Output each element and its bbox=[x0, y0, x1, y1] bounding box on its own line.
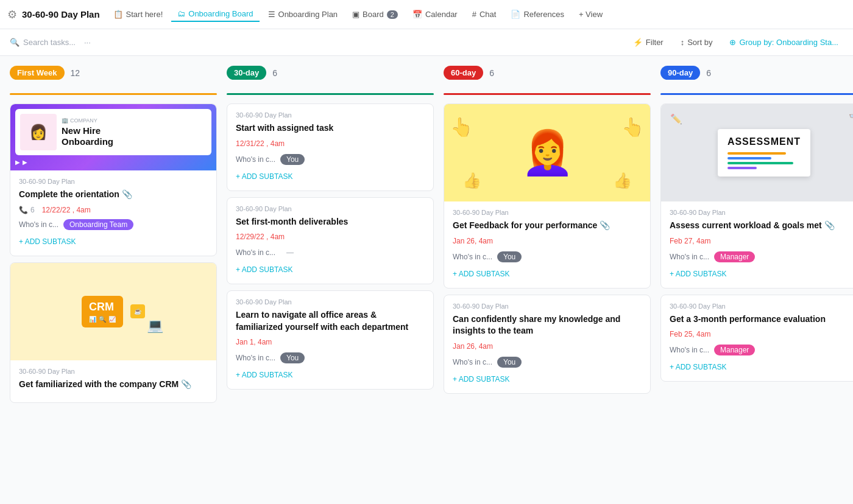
meta-feedback: Who's in c... You bbox=[453, 251, 642, 262]
column-60day: 60-day 6 👩‍🦰 👆 👆 👍 👍 30-60-90 Day Plan G… bbox=[444, 66, 651, 494]
card-assess-workload[interactable]: ASSESSMENT 👓 ✏️ 30-60-90 Day Plan Assess… bbox=[660, 103, 853, 289]
ct-share: Can confidently share my knowledge and i… bbox=[453, 313, 642, 337]
feedback-image: 👩‍🦰 👆 👆 👍 👍 bbox=[444, 104, 650, 201]
filter-button[interactable]: ⚡ Filter bbox=[628, 35, 668, 49]
subtasks-count: 📞 6 12/22/22 , 4am bbox=[19, 206, 208, 214]
column-90day: 90-day 6 ASSESSMENT 👓 ✏️ bbox=[660, 66, 853, 494]
card-share-knowledge[interactable]: 30-60-90 Day Plan Can confidently share … bbox=[444, 295, 651, 394]
column-first-week: First Week 12 👩 🏢 COMPANY New HireOnboar… bbox=[10, 66, 217, 494]
search-icon: 🔍 bbox=[10, 38, 19, 47]
subtask-icon: 📞 bbox=[19, 206, 28, 214]
cp5: 30-60-90 Day Plan bbox=[453, 303, 642, 310]
count-60day: 6 bbox=[489, 68, 494, 78]
nav-board[interactable]: ▣ Board 2 bbox=[346, 7, 404, 21]
app-title: 30-60-90 Day Plan bbox=[22, 9, 100, 19]
group-by-button[interactable]: ⊕ Group by: Onboarding Sta... bbox=[724, 35, 843, 49]
person-image: 👩 bbox=[20, 114, 57, 150]
ct-deliverables: Set first-month deliverables bbox=[236, 216, 425, 228]
meta-share: Who's in c... You bbox=[453, 357, 642, 368]
assignee-dash: — bbox=[280, 247, 300, 258]
assignee-you-4: You bbox=[497, 357, 522, 368]
card-complete-orientation[interactable]: 👩 🏢 COMPANY New HireOnboarding ▶ ▶ 30-60… bbox=[10, 103, 217, 256]
card-body-assigned: 30-60-90 Day Plan Start with assigned ta… bbox=[227, 104, 433, 191]
card-assigned-task[interactable]: 30-60-90 Day Plan Start with assigned ta… bbox=[227, 103, 434, 191]
card-body-deliverables: 30-60-90 Day Plan Set first-month delive… bbox=[227, 198, 433, 284]
sort-button[interactable]: ↕ Sort by bbox=[676, 35, 718, 49]
date-assess: Feb 27, 4am bbox=[670, 237, 853, 245]
cp2: 30-60-90 Day Plan bbox=[236, 205, 425, 212]
card-plan: 30-60-90 Day Plan bbox=[19, 178, 208, 185]
nav-add-view[interactable]: + View bbox=[573, 7, 609, 21]
add-subtask-share[interactable]: + ADD SUBTASK bbox=[453, 373, 642, 386]
ct-navigate: Learn to navigate all office areas & fam… bbox=[236, 309, 425, 333]
card-evaluation[interactable]: 30-60-90 Day Plan Get a 3-month performa… bbox=[660, 295, 853, 382]
nav-start-here[interactable]: 📋 Start here! bbox=[107, 7, 169, 21]
add-subtask-navigate[interactable]: + ADD SUBTASK bbox=[236, 368, 425, 382]
meta-eval: Who's in c... Manager bbox=[670, 345, 853, 355]
add-subtask-eval[interactable]: + ADD SUBTASK bbox=[670, 360, 853, 374]
more-options-icon[interactable]: ··· bbox=[84, 38, 91, 47]
nav-references[interactable]: 📄 References bbox=[504, 7, 570, 21]
date-eval: Feb 25, 4am bbox=[670, 330, 853, 338]
onboarding-board-icon: 🗂 bbox=[177, 9, 185, 18]
ct-feedback: Get Feedback for your performance 📎 bbox=[453, 220, 642, 232]
meta-assigned: Who's in c... You bbox=[236, 154, 425, 165]
card-body-crm: 30-60-90 Day Plan Get familiarized with … bbox=[10, 360, 216, 403]
card-crm[interactable]: CRM 📊 🔍 📈 ☕ 💻 30-60-90 Day Plan Ge bbox=[10, 262, 217, 404]
sort-icon: ↕ bbox=[681, 38, 685, 47]
tag-30day: 30-day bbox=[227, 66, 266, 80]
nav-chat[interactable]: # Chat bbox=[466, 7, 503, 21]
board-badge: 2 bbox=[387, 10, 398, 19]
start-here-icon: 📋 bbox=[113, 10, 123, 19]
add-subtask-feedback[interactable]: + ADD SUBTASK bbox=[453, 267, 642, 281]
meta-navigate: Who's in c... You bbox=[236, 352, 425, 363]
crm-image: CRM 📊 🔍 📈 ☕ 💻 bbox=[10, 263, 216, 360]
date-share: Jan 26, 4am bbox=[453, 342, 642, 351]
board: First Week 12 👩 🏢 COMPANY New HireOnboar… bbox=[0, 56, 853, 504]
tag-first-week: First Week bbox=[10, 66, 65, 80]
header: ⚙ 30-60-90 Day Plan 📋 Start here! 🗂 Onbo… bbox=[0, 0, 853, 29]
tag-90day: 90-day bbox=[660, 66, 700, 80]
add-subtask-assess[interactable]: + ADD SUBTASK bbox=[670, 267, 853, 281]
toolbar-right: ⚡ Filter ↕ Sort by ⊕ Group by: Onboardin… bbox=[628, 35, 843, 49]
add-subtask-deliverables[interactable]: + ADD SUBTASK bbox=[236, 263, 425, 276]
add-subtask-assigned[interactable]: + ADD SUBTASK bbox=[236, 170, 425, 183]
ct-assess: Assess current workload & goals met 📎 bbox=[670, 220, 853, 232]
assignee-you-1: You bbox=[280, 154, 305, 165]
count-first-week: 12 bbox=[71, 68, 80, 78]
meta-deliverables: Who's in c... — bbox=[236, 247, 425, 258]
nav-calendar[interactable]: 📅 Calendar bbox=[406, 7, 464, 21]
ct-assigned: Start with assigned task bbox=[236, 122, 425, 135]
card-deliverables[interactable]: 30-60-90 Day Plan Set first-month delive… bbox=[227, 197, 434, 285]
nav-onboarding-plan[interactable]: ☰ Onboarding Plan bbox=[262, 7, 344, 21]
column-header-30day: 30-day 6 bbox=[227, 66, 434, 103]
tag-60day: 60-day bbox=[444, 66, 483, 80]
card-title-crm: Get familiarized with the company CRM 📎 bbox=[19, 379, 208, 391]
meta-assess: Who's in c... Manager bbox=[670, 251, 853, 262]
assignee-you-2: You bbox=[280, 352, 305, 363]
count-30day: 6 bbox=[272, 68, 277, 78]
assignee-manager-1: Manager bbox=[714, 251, 755, 262]
card-navigate[interactable]: 30-60-90 Day Plan Learn to navigate all … bbox=[227, 290, 434, 390]
column-header-90day: 90-day 6 bbox=[660, 66, 853, 103]
cp6: 30-60-90 Day Plan bbox=[670, 209, 853, 216]
references-icon: 📄 bbox=[511, 10, 520, 19]
cp4: 30-60-90 Day Plan bbox=[453, 209, 642, 216]
card-body-navigate: 30-60-90 Day Plan Learn to navigate all … bbox=[227, 291, 433, 389]
app-logo-icon: ⚙ bbox=[7, 8, 17, 21]
column-30day: 30-day 6 30-60-90 Day Plan Start with as… bbox=[227, 66, 434, 494]
card-feedback[interactable]: 👩‍🦰 👆 👆 👍 👍 30-60-90 Day Plan Get Feedba… bbox=[444, 103, 651, 289]
date-navigate: Jan 1, 4am bbox=[236, 338, 425, 346]
search-input-placeholder[interactable]: Search tasks... bbox=[23, 38, 76, 47]
column-header-60day: 60-day 6 bbox=[444, 66, 651, 103]
column-header-first-week: First Week 12 bbox=[10, 66, 217, 103]
assessment-image: ASSESSMENT 👓 ✏️ bbox=[661, 104, 853, 201]
add-subtask-orientation[interactable]: + ADD SUBTASK bbox=[19, 235, 208, 248]
nav-onboarding-board[interactable]: 🗂 Onboarding Board bbox=[171, 7, 259, 22]
search-area[interactable]: 🔍 Search tasks... ··· bbox=[10, 38, 623, 47]
card-plan-crm: 30-60-90 Day Plan bbox=[19, 368, 208, 375]
assignee-you-3: You bbox=[497, 251, 522, 262]
toolbar: 🔍 Search tasks... ··· ⚡ Filter ↕ Sort by… bbox=[0, 29, 853, 56]
assignee-manager-2: Manager bbox=[714, 345, 755, 355]
cp3: 30-60-90 Day Plan bbox=[236, 298, 425, 306]
